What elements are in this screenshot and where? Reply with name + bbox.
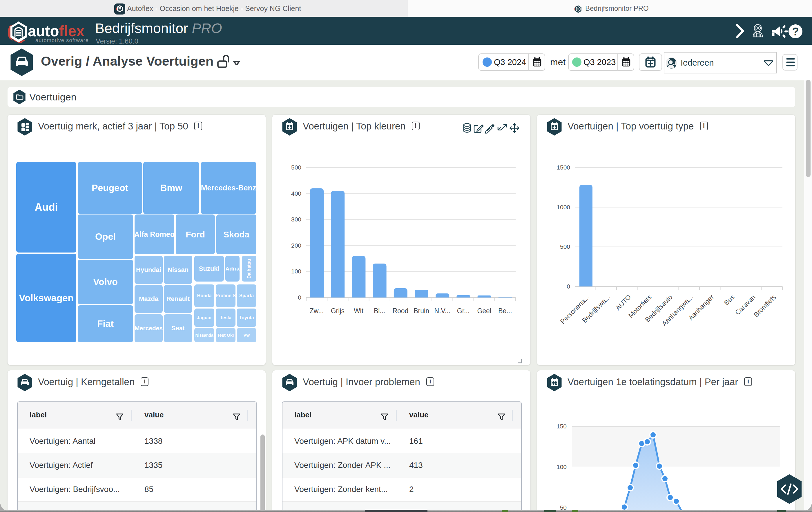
- svg-text:500: 500: [560, 243, 570, 250]
- svg-text:100: 100: [291, 268, 301, 275]
- svg-text:Wit: Wit: [354, 307, 364, 315]
- svg-text:Bromfiets: Bromfiets: [752, 293, 778, 318]
- svg-text:Gr...: Gr...: [457, 307, 469, 315]
- svg-text:0: 0: [298, 294, 301, 301]
- svg-text:200: 200: [291, 242, 301, 249]
- svg-text:AUTO: AUTO: [614, 293, 632, 312]
- svg-text:N.V...: N.V...: [434, 307, 451, 315]
- svg-text:1000: 1000: [556, 204, 570, 210]
- svg-text:Bruin: Bruin: [413, 307, 429, 315]
- svg-text:1500: 1500: [556, 164, 570, 171]
- svg-text:Be...: Be...: [498, 307, 512, 315]
- svg-text:Bus: Bus: [723, 293, 736, 306]
- svg-text:Rood: Rood: [393, 307, 408, 315]
- svg-text:Zw...: Zw...: [310, 307, 324, 315]
- svg-text:50: 50: [560, 504, 567, 511]
- svg-text:400: 400: [291, 190, 301, 197]
- svg-text:100: 100: [556, 463, 567, 470]
- svg-text:Geel: Geel: [477, 307, 491, 315]
- svg-text:300: 300: [291, 216, 301, 223]
- svg-text:500: 500: [291, 164, 301, 171]
- svg-text:0: 0: [567, 283, 570, 290]
- svg-text:Bl...: Bl...: [374, 307, 385, 315]
- svg-text:Grijs: Grijs: [331, 307, 345, 315]
- svg-text:150: 150: [556, 423, 567, 430]
